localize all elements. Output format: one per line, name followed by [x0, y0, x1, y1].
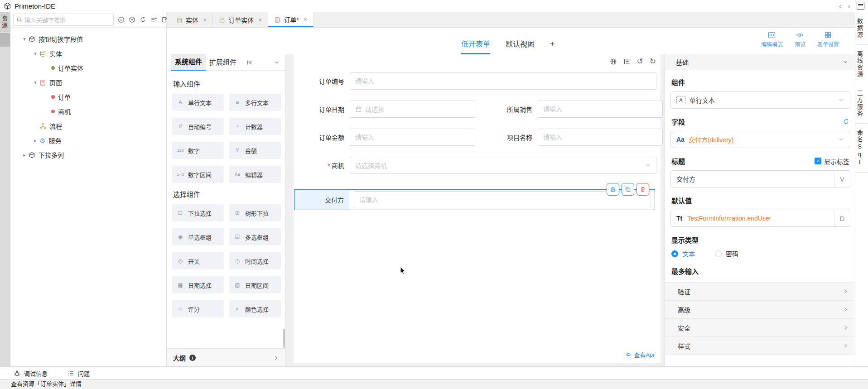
palette-item-number[interactable]: 123数字	[172, 142, 224, 159]
title-variable-button[interactable]: V	[834, 171, 850, 187]
section-security[interactable]: 安全	[665, 318, 856, 336]
field-settings-button[interactable]: ⚙	[607, 183, 619, 196]
order-no-input-field[interactable]	[355, 77, 651, 85]
problems-button[interactable]: 问题	[68, 369, 90, 378]
palette-item-color-picker[interactable]: ◐颜色选择	[229, 300, 281, 317]
rail-tab-named-sql[interactable]: 命名Sql	[855, 124, 868, 173]
sort-icon[interactable]	[150, 16, 157, 23]
order-amount-input-field[interactable]	[355, 134, 470, 141]
business-select[interactable]: 请选择商机	[350, 157, 656, 174]
palette-menu-icon[interactable]	[246, 59, 253, 66]
editor-tab-entity[interactable]: 实体 ×	[170, 12, 213, 27]
preview-button[interactable]: 预览	[795, 31, 805, 48]
title-input-field[interactable]	[671, 175, 830, 182]
tree-item-business-page[interactable]: 商机	[10, 104, 166, 119]
inspector-header[interactable]: 基础	[665, 54, 856, 70]
palette-item-number-range[interactable]: 1~3数字区间	[172, 166, 224, 183]
order-amount-input[interactable]	[350, 129, 475, 146]
palette-item-dropdown-select[interactable]: ⊟下拉选择	[172, 204, 224, 221]
rail-tab-offline-resources[interactable]: 离线资源	[855, 45, 868, 84]
outline-list-icon[interactable]	[623, 58, 631, 65]
search-input[interactable]: 输入关键字搜索	[13, 14, 114, 26]
order-date-picker[interactable]: 请选择	[350, 101, 475, 118]
add-view-button[interactable]: +	[550, 39, 555, 54]
palette-item-date-picker[interactable]: ▦日期选择	[172, 276, 224, 293]
palette-item-editor[interactable]: A≡编辑器	[229, 166, 281, 183]
section-style[interactable]: 样式	[665, 336, 856, 355]
section-validation[interactable]: 验证	[665, 282, 856, 300]
project-name-input-field[interactable]	[543, 134, 657, 141]
section-advanced[interactable]: 高级	[665, 300, 856, 318]
tree-item-order-page[interactable]: 订单	[10, 90, 166, 104]
field-delete-button[interactable]	[637, 183, 649, 196]
palette-item-date-range[interactable]: ▧日期区间	[229, 276, 281, 293]
tree-item-order-entity[interactable]: 订单实体	[10, 61, 166, 75]
project-name-input[interactable]	[538, 129, 663, 146]
close-icon[interactable]: ×	[258, 16, 262, 24]
code-mode-button[interactable]: 编码模式	[761, 31, 783, 48]
sales-input-field[interactable]	[543, 106, 657, 113]
palette-item-multi-line-text[interactable]: ≡多行文本	[229, 94, 281, 111]
palette-item-rating[interactable]: ☆评分	[172, 300, 224, 317]
show-label-checkbox[interactable]	[815, 158, 821, 164]
palette-collapse-icon[interactable]	[274, 59, 280, 66]
refresh-icon[interactable]	[843, 118, 849, 125]
field-copy-button[interactable]	[622, 183, 634, 196]
outline-toggle[interactable]: 大纲 i	[167, 348, 285, 367]
form-field-delivery-selected[interactable]: 交付方 ⚙	[294, 189, 655, 210]
expander-icon[interactable]: ▸	[32, 138, 39, 144]
expander-icon[interactable]: ▸	[21, 152, 28, 158]
close-icon[interactable]: ×	[304, 16, 307, 23]
debug-info-button[interactable]: 调试信息	[14, 369, 48, 378]
save-layout-icon[interactable]	[857, 3, 864, 10]
tree-item-entities[interactable]: ▾ 实体	[10, 46, 166, 61]
palette-tab-extended[interactable]: 扩展组件	[206, 54, 240, 70]
nav-forward-icon[interactable]: ›	[848, 0, 850, 12]
display-type-option-password[interactable]: 密码	[715, 249, 738, 258]
tree-item-button-switch-field[interactable]: ▾ 按钮切换字段值	[10, 32, 166, 46]
default-value-data-button[interactable]: D	[834, 210, 850, 226]
sales-input[interactable]	[538, 101, 663, 118]
view-api-link[interactable]: 查看Api	[625, 350, 654, 359]
palette-item-counter[interactable]: ±计数器	[229, 118, 281, 135]
form-design-surface[interactable]: ↺ ↻ 订单编号 订单日期 请选择 所属销售	[294, 54, 661, 363]
form-settings-button[interactable]: 表单设置	[817, 31, 839, 48]
expander-icon[interactable]: ▾	[21, 36, 28, 42]
palette-item-tree-dropdown[interactable]: ⊞树形下拉	[229, 204, 281, 221]
tree-item-process[interactable]: 流程	[10, 119, 166, 133]
rail-tab-resources[interactable]: 资源	[0, 12, 10, 32]
ai-assistant-icon[interactable]	[118, 16, 125, 23]
expander-icon[interactable]: ▾	[32, 51, 39, 57]
rail-tab-third-party-services[interactable]: 三方服务	[855, 84, 868, 124]
title-input[interactable]: V	[670, 170, 850, 187]
default-value-input[interactable]: Tt TestFormInformation.endUser D	[670, 210, 850, 227]
palette-item-radio-group[interactable]: ◉单选框组	[172, 228, 224, 245]
tree-item-pages[interactable]: ▾ 页面	[10, 75, 166, 90]
close-icon[interactable]: ×	[203, 16, 207, 24]
refresh-icon[interactable]	[140, 16, 146, 23]
palette-item-time-picker[interactable]: ◷时间选择	[229, 252, 281, 269]
form-field-business[interactable]: *商机 请选择商机	[294, 157, 656, 174]
palette-tab-system[interactable]: 系统组件	[171, 54, 206, 71]
tree-item-services[interactable]: ▸ ⚙ 服务	[10, 133, 166, 148]
component-select[interactable]: A 单行文本	[670, 91, 850, 109]
palette-item-switch[interactable]: ◎开关	[172, 252, 224, 269]
i18n-globe-icon[interactable]	[610, 58, 617, 65]
order-no-input[interactable]	[350, 72, 656, 90]
palette-item-auto-number[interactable]: #自动编号	[172, 118, 224, 135]
palette-item-checkbox-group[interactable]: ☑多选框组	[229, 228, 281, 245]
view-tab-default-view[interactable]: 默认视图	[506, 38, 535, 54]
form-field-order-no[interactable]: 订单编号	[294, 72, 656, 90]
redo-icon[interactable]: ↻	[650, 58, 656, 65]
nav-back-icon[interactable]: ‹	[839, 0, 842, 12]
palette-item-amount[interactable]: ¥金额	[229, 142, 281, 159]
display-type-option-text[interactable]: 文本	[671, 249, 695, 258]
editor-tab-order-active[interactable]: 订单* ×	[268, 12, 313, 27]
field-select[interactable]: Aa 交付方(delivery)	[670, 131, 850, 148]
tree-item-dropdown-multicol[interactable]: ▸ 下拉多列	[10, 148, 166, 162]
palette-item-single-line-text[interactable]: A单行文本	[172, 94, 224, 111]
editor-tab-order-entity[interactable]: 订单实体 ×	[213, 12, 268, 27]
new-resource-icon[interactable]	[129, 16, 135, 23]
rail-tab-data-source[interactable]: 数据源	[855, 12, 868, 45]
palette-scrollbar[interactable]	[283, 329, 285, 348]
